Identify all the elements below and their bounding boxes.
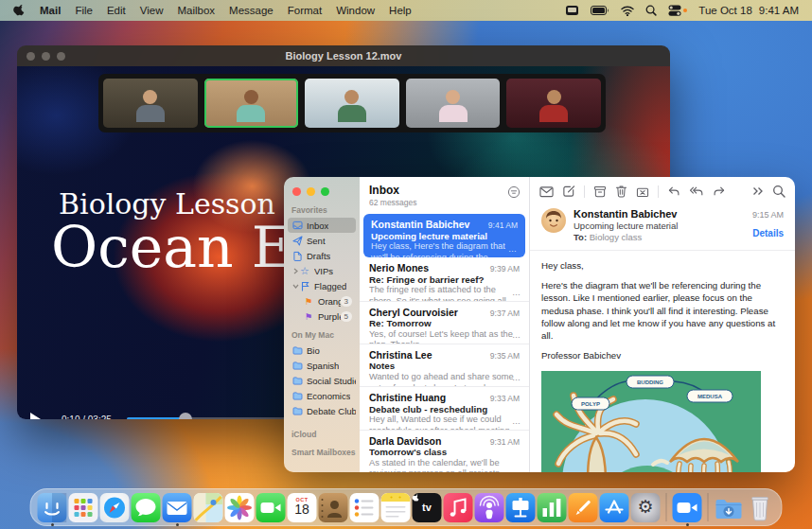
video-title-bar[interactable]: Biology Lesson 12.mov xyxy=(17,45,670,66)
sidebar-item-flagged[interactable]: Flagged xyxy=(288,278,356,293)
sidebar-label: Purple xyxy=(318,311,341,322)
sidebar-item-flag-orange[interactable]: ⚑ Orange 3 xyxy=(288,293,356,309)
battery-icon[interactable] xyxy=(591,6,609,15)
menu-date[interactable]: Tue Oct 18 xyxy=(698,5,751,16)
apple-menu-icon[interactable] xyxy=(13,3,26,19)
smart-mailboxes-header[interactable]: Smart Mailboxes xyxy=(291,448,360,457)
chevron-down-icon[interactable] xyxy=(291,284,299,289)
dock-podcasts-icon[interactable] xyxy=(475,493,504,522)
body-paragraph: Professor Babichev xyxy=(541,349,784,361)
email-list-item[interactable]: Darla Davidson9:31 AM Tomorrow's class A… xyxy=(360,430,529,472)
sidebar-label: Debate Club xyxy=(307,406,356,416)
play-button[interactable] xyxy=(30,413,41,419)
dock-downloads-folder-icon[interactable] xyxy=(715,493,744,522)
reply-all-icon[interactable] xyxy=(689,185,704,197)
menu-item-view[interactable]: View xyxy=(140,5,164,16)
more-toolbar-icon[interactable] xyxy=(752,186,764,196)
zoom-button[interactable] xyxy=(321,187,329,196)
menu-time[interactable]: 9:41 AM xyxy=(759,5,799,16)
video-overlay-subtitle: Ocean E xyxy=(51,214,293,280)
dock-mail-icon[interactable] xyxy=(163,493,192,522)
icloud-header[interactable]: iCloud xyxy=(291,430,360,439)
dock-zoom-icon[interactable] xyxy=(673,493,702,522)
get-mail-icon[interactable] xyxy=(539,185,554,198)
dock-launchpad-icon[interactable] xyxy=(69,493,98,522)
participant-5[interactable] xyxy=(506,79,601,128)
compose-icon[interactable] xyxy=(562,185,575,198)
menu-item-file[interactable]: File xyxy=(75,5,93,16)
menu-item-message[interactable]: Message xyxy=(229,5,274,16)
email-list-item[interactable]: Cheryl Courvoisier9:37 AM Re: Tomorrow Y… xyxy=(360,301,529,344)
sender-avatar[interactable] xyxy=(541,208,566,233)
sidebar-item-economics[interactable]: Economics xyxy=(288,388,356,403)
dock-messages-icon[interactable] xyxy=(132,493,161,522)
dock-facetime-icon[interactable] xyxy=(256,493,286,522)
mail-traffic-lights[interactable] xyxy=(292,187,360,196)
menu-item-window[interactable]: Window xyxy=(336,5,375,16)
dock-maps-icon[interactable] xyxy=(194,493,223,522)
filter-icon[interactable] xyxy=(507,185,521,203)
details-link[interactable]: Details xyxy=(752,228,784,238)
minimize-button[interactable] xyxy=(307,187,315,196)
screen-mirroring-icon[interactable] xyxy=(565,5,579,16)
dock-calendar-icon[interactable]: OCT 18 xyxy=(288,493,317,522)
sidebar-item-flag-purple[interactable]: ⚑ Purple 5 xyxy=(288,309,356,324)
sidebar-item-social-studies[interactable]: Social Studies xyxy=(288,373,356,388)
sidebar-item-sent[interactable]: Sent xyxy=(288,233,356,248)
sidebar-item-vips[interactable]: ☆ VIPs xyxy=(288,263,356,278)
trash-icon[interactable] xyxy=(615,185,627,198)
sidebar-item-spanish[interactable]: Spanish xyxy=(288,358,356,373)
participant-4[interactable] xyxy=(406,79,501,128)
menu-item-mailbox[interactable]: Mailbox xyxy=(177,5,215,16)
sidebar-item-debate-club[interactable]: Debate Club xyxy=(288,403,356,418)
dock-trash-icon[interactable] xyxy=(746,493,775,522)
email-list-item[interactable]: Christine Huang9:33 AM Debate club - res… xyxy=(360,386,529,429)
dock-notes-icon[interactable] xyxy=(381,493,411,522)
dock-numbers-icon[interactable] xyxy=(538,493,567,522)
email-time: 9:39 AM xyxy=(490,264,520,273)
reply-icon[interactable] xyxy=(667,185,680,197)
menu-app-name[interactable]: Mail xyxy=(40,5,61,16)
chevron-right-icon[interactable] xyxy=(291,268,299,274)
body-paragraph: Hey class, xyxy=(541,259,784,272)
dock-contacts-icon[interactable] xyxy=(319,493,348,522)
more-indicator: … xyxy=(512,288,521,297)
menu-item-format[interactable]: Format xyxy=(288,5,322,16)
close-button[interactable] xyxy=(292,187,301,196)
wifi-icon[interactable] xyxy=(621,6,634,16)
email-list-item[interactable]: Christina Lee9:35 AM Notes Wanted to go … xyxy=(360,344,529,386)
sidebar-item-inbox[interactable]: Inbox xyxy=(288,218,356,233)
dock-photos-icon[interactable] xyxy=(225,493,255,522)
email-list-item-selected[interactable]: Konstantin Babichev9:41 AM Upcoming lect… xyxy=(363,214,525,257)
dock-appletv-icon[interactable]: tv xyxy=(413,493,442,522)
menu-item-edit[interactable]: Edit xyxy=(107,5,126,16)
email-subject: Re: Tomorrow xyxy=(369,318,520,328)
search-icon[interactable] xyxy=(772,185,786,198)
participant-1[interactable] xyxy=(103,79,198,128)
forward-icon[interactable] xyxy=(713,185,726,197)
video-call-strip xyxy=(98,74,606,132)
sidebar-label: Flagged xyxy=(314,281,346,291)
menu-item-help[interactable]: Help xyxy=(389,5,412,16)
dock-music-icon[interactable] xyxy=(444,493,473,522)
junk-icon[interactable] xyxy=(636,185,649,198)
control-center-icon[interactable] xyxy=(668,5,687,16)
spotlight-search-icon[interactable] xyxy=(645,5,657,16)
dock-settings-icon[interactable]: ⚙ xyxy=(631,493,661,522)
diagram-label-medusa: MEDUSA xyxy=(697,394,723,399)
sidebar-item-drafts[interactable]: Drafts xyxy=(288,248,356,263)
participant-3[interactable] xyxy=(305,79,399,128)
archive-icon[interactable] xyxy=(593,185,607,198)
dock-safari-icon[interactable] xyxy=(100,493,130,522)
email-sender: Christina Lee xyxy=(369,349,432,361)
dock-pages-icon[interactable] xyxy=(569,493,598,522)
participant-2-active[interactable] xyxy=(204,79,299,128)
dock-reminders-icon[interactable] xyxy=(350,493,380,522)
dock-finder-icon[interactable] xyxy=(38,493,67,522)
scrubber-knob[interactable] xyxy=(179,413,192,419)
email-time: 9:31 AM xyxy=(490,437,520,447)
dock-keynote-icon[interactable] xyxy=(506,493,536,522)
sidebar-item-bio[interactable]: Bio xyxy=(288,343,356,358)
email-list-item[interactable]: Nerio Mones9:39 AM Re: Fringe or barrier… xyxy=(360,257,529,300)
dock-appstore-icon[interactable] xyxy=(600,493,629,522)
